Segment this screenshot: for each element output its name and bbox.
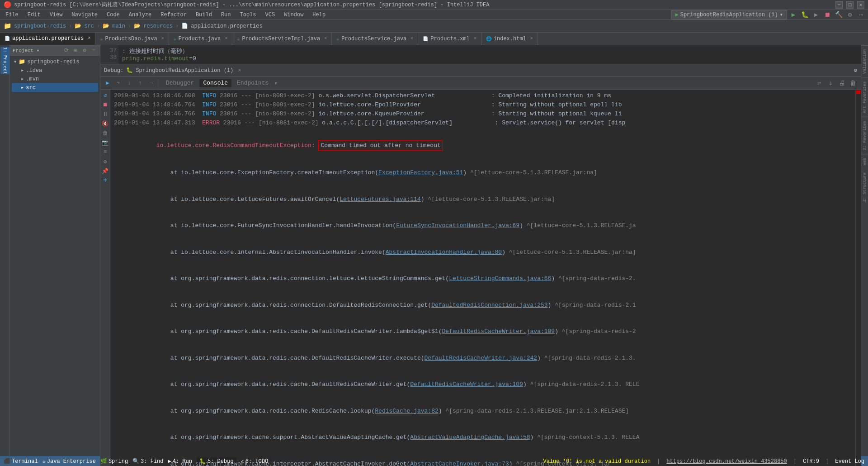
validation-tab[interactable]: Validation [862, 45, 868, 77]
favorites-tab[interactable]: 2: Favorites [862, 117, 868, 154]
debug-config-close[interactable]: × [238, 67, 241, 74]
debug-tab-dropdown[interactable]: ▾ [274, 80, 278, 87]
menu-window[interactable]: Window [280, 11, 307, 19]
settings-run-button[interactable]: ⚙ [845, 10, 855, 20]
camera-btn[interactable]: 📷 [101, 138, 110, 147]
tab-close-0[interactable]: × [88, 36, 90, 41]
stack-link-6[interactable]: DefaultedRedisConnection.java:253 [431, 302, 547, 309]
stack-link-5[interactable]: LettuceStringCommands.java:66 [449, 275, 551, 282]
menu-edit[interactable]: Edit [24, 11, 44, 19]
stack-link-1[interactable]: ExceptionFactory.java:51 [378, 169, 463, 176]
menu-view[interactable]: View [46, 11, 66, 19]
stop-debug-btn[interactable]: ⏹ [101, 100, 110, 109]
stack-link-12[interactable]: AbstractCacheInvoker.java:73 [410, 461, 509, 466]
breadcrumb-project[interactable]: springboot-redis [14, 23, 66, 29]
more-actions-button[interactable]: ⋯ [856, 10, 866, 20]
tab-close-2[interactable]: × [225, 36, 227, 41]
status-find[interactable]: 🔍 3: Find [132, 458, 163, 465]
status-todo[interactable]: ✓ 6: TODO [241, 458, 269, 465]
panel-settings-icon[interactable]: ⚙ [81, 47, 88, 54]
tab-products-service[interactable]: ☕ ProductsService.java × [332, 33, 418, 45]
tree-item-idea[interactable]: ▸ .idea [12, 66, 98, 75]
stack-link-10[interactable]: RedisCache.java:82 [375, 408, 438, 414]
list-btn[interactable]: ≡ [101, 147, 110, 157]
event-log-label[interactable]: Event Log [835, 458, 864, 465]
debug-resume-btn[interactable]: ▶ [103, 79, 112, 88]
stack-link-3[interactable]: FutureSyncInvocationHandler.java:69 [396, 222, 519, 229]
debug-tab-console[interactable]: Console [199, 79, 231, 87]
console-output[interactable]: 2019-01-04 13:48:46.608 INFO 23016 --- [… [110, 90, 855, 466]
tree-item-mvn[interactable]: ▸ .mvn [12, 75, 98, 83]
tree-item-src[interactable]: ▸ src [12, 83, 98, 92]
stack-link-11[interactable]: AbstractValueAdaptingCache.java:58 [410, 434, 530, 441]
menu-refactor[interactable]: Refactor [157, 11, 190, 19]
run-button[interactable]: ▶ [788, 10, 798, 20]
tab-close-5[interactable]: × [474, 36, 476, 41]
tab-close-1[interactable]: × [161, 36, 164, 41]
breadcrumb-src[interactable]: src [84, 23, 94, 29]
status-spring[interactable]: 🌿 Spring [100, 458, 128, 465]
stack-link-8[interactable]: DefaultRedisCacheWriter.java:242 [425, 355, 538, 361]
debug-button[interactable]: 🐛 [800, 10, 810, 20]
pin-btn[interactable]: 📌 [101, 166, 110, 176]
web-tab[interactable]: Web [862, 154, 868, 169]
stop-button[interactable]: ⏹ [822, 10, 832, 20]
run-config-selector[interactable]: ▶ SpringbootRedisApplication (1) ▾ [671, 10, 787, 19]
panel-close-icon[interactable]: − [90, 47, 97, 54]
debug-step-out-btn[interactable]: ↑ [136, 79, 145, 88]
debug-run-to-cursor-btn[interactable]: → [146, 79, 156, 88]
stack-link-4[interactable]: AbstractInvocationHandler.java:80 [386, 249, 502, 256]
expand-btn[interactable]: + [101, 176, 110, 185]
tab-products-xml[interactable]: 📄 Products.xml × [418, 33, 481, 45]
breadcrumb-file[interactable]: application.properties [191, 23, 262, 29]
menu-code[interactable]: Code [103, 11, 123, 19]
pause-btn[interactable]: ⏸ [101, 109, 110, 119]
tree-item-root[interactable]: ▾ 📁 springboot-redis [12, 57, 98, 66]
tab-products-dao[interactable]: ☕ ProductsDao.java × [95, 33, 169, 45]
stack-link-7[interactable]: DefaultRedisCacheWriter.java:109 [442, 328, 555, 335]
tab-close-6[interactable]: × [530, 36, 533, 41]
panel-expand-icon[interactable]: ⊞ [72, 47, 79, 54]
panel-sync-icon[interactable]: ⟳ [63, 47, 70, 54]
run-with-coverage-button[interactable]: ▶ [811, 10, 821, 20]
menu-file[interactable]: File [2, 11, 22, 19]
debug-print-btn[interactable]: 🖨 [837, 78, 847, 88]
mute-btn[interactable]: 🔇 [101, 119, 110, 128]
settings-debug-btn[interactable]: ⚙ [101, 157, 110, 166]
restart-btn[interactable]: ↺ [101, 90, 110, 100]
status-terminal[interactable]: ⬛ Terminal [4, 458, 38, 465]
status-debug[interactable]: 🐛 5: Debug [197, 457, 236, 465]
breadcrumb-resources[interactable]: resources [143, 23, 173, 29]
menu-tools[interactable]: Tools [236, 11, 260, 19]
menu-navigate[interactable]: Navigate [68, 11, 101, 19]
build-button[interactable]: 🔨 [834, 10, 844, 20]
menu-run[interactable]: Run [217, 11, 235, 19]
minimize-button[interactable]: − [835, 1, 843, 9]
close-button[interactable]: ✕ [857, 1, 864, 9]
debug-step-into-btn[interactable]: ↓ [125, 79, 134, 88]
maximize-button[interactable]: □ [846, 1, 854, 9]
tab-products[interactable]: ☕ Products.java × [169, 33, 233, 45]
debug-tab-endpoints[interactable]: Endpoints [233, 79, 272, 87]
debug-clear-btn[interactable]: 🗑 [848, 78, 858, 88]
debug-soft-wrap-btn[interactable]: ⇌ [814, 78, 824, 88]
tab-close-4[interactable]: × [410, 36, 413, 41]
stack-link-2[interactable]: LettuceFutures.java:114 [340, 196, 420, 203]
menu-analyze[interactable]: Analyze [125, 11, 155, 19]
art-favorites-tab[interactable]: Art Favorites [862, 77, 868, 117]
tab-application-properties[interactable]: 📄 application.properties × [0, 33, 95, 45]
tab-products-service-impl[interactable]: ☕ ProductsServiceImpl.java × [232, 33, 332, 45]
debug-settings-icon[interactable]: ⚙ [854, 67, 857, 74]
breadcrumb-main[interactable]: main [112, 23, 125, 29]
structure-tab[interactable]: Z: Structure [862, 169, 868, 205]
panel-tab-project[interactable]: 1: Project [0, 47, 9, 74]
debug-tab-debugger[interactable]: Debugger [162, 79, 198, 87]
menu-vcs[interactable]: VCS [262, 11, 279, 19]
tab-close-3[interactable]: × [324, 36, 327, 41]
debug-scroll-end-btn[interactable]: ⇓ [826, 78, 835, 88]
clear-debug-btn[interactable]: 🗑 [101, 128, 110, 138]
status-url[interactable]: https://blog.csdn.net/weixin_43528850 [666, 458, 787, 465]
stack-link-9[interactable]: DefaultRedisCacheWriter.java:109 [410, 381, 523, 388]
debug-step-over-btn[interactable]: ↷ [114, 79, 123, 88]
menu-build[interactable]: Build [192, 11, 216, 19]
